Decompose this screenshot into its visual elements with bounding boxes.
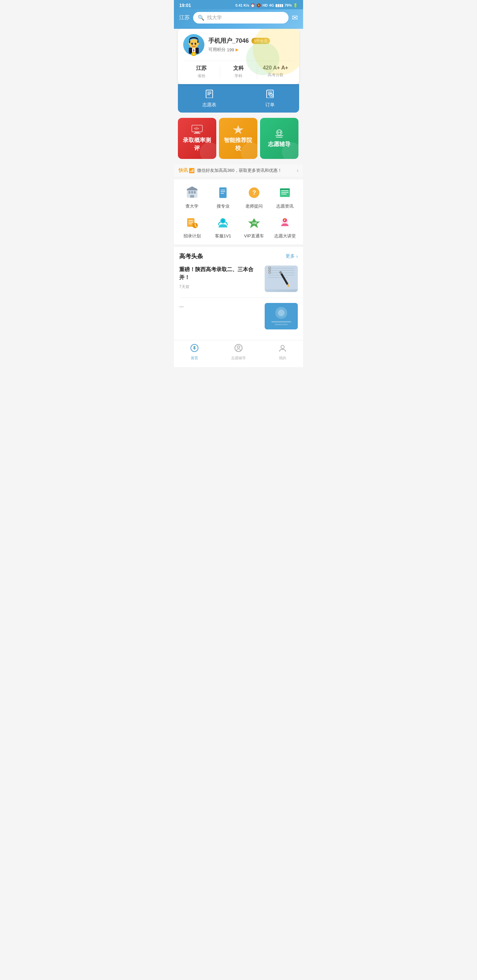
svg-rect-39 [194,191,196,194]
nav-item-home[interactable]: 首页 [190,344,199,361]
svg-point-7 [191,43,193,45]
svg-rect-43 [221,190,225,190]
nav-item-profile[interactable]: 我的 [278,344,287,361]
svg-marker-41 [187,186,198,189]
search-bar[interactable]: 🔍 找大学 [193,12,289,24]
svg-rect-49 [281,190,289,191]
news-image-2 [265,303,298,329]
banner-card-admission[interactable]: </> 录取概率测评 [178,118,216,159]
signal-bars: ▮▮▮▮ [275,3,283,8]
bottom-nav: 首页 志愿辅导 我的 [174,340,303,367]
svg-point-8 [195,43,196,45]
news-section-title: 高考头条 [179,252,203,260]
svg-rect-34 [276,137,282,138]
points-arrow-icon: ▶ [236,47,238,52]
profile-points[interactable]: 可用积分 199 ▶ [208,47,294,52]
news-image-1-placeholder [265,266,298,292]
stat-score[interactable]: 420 A+ A+ 高考分数 [257,65,294,79]
svg-rect-37 [188,191,190,194]
status-time: 19:01 [179,3,191,8]
grid-item-service[interactable]: 客服1V1 [208,215,239,239]
svg-rect-45 [221,193,224,194]
alarm-icon: ⏰ [250,3,255,8]
mail-icon[interactable]: ✉ [292,14,298,22]
major-icon [215,185,231,200]
news-image-2-placeholder [265,303,298,329]
banner-card-guidance-text: 志愿辅导 [268,141,290,147]
svg-rect-27 [194,133,200,134]
profile-name-row: 手机用户_7046 VIP会员 [208,37,294,45]
svg-rect-70 [268,270,295,271]
svg-rect-33 [275,135,283,136]
stat-subject-label: 学科 [220,73,257,79]
wishlist-icon [205,89,214,100]
stat-subject[interactable]: 文科 学科 [220,65,257,79]
svg-point-82 [278,310,284,316]
news-ticker[interactable]: 快讯 📶 微信好友加高高360，获取更多资讯和优惠！ › [174,164,303,177]
grid-item-university[interactable]: 查大学 [177,185,208,209]
news-item-2[interactable]: ··· [179,303,298,335]
grid-item-vip[interactable]: VIP VIP直通车 [238,215,270,239]
news-more-button[interactable]: 更多 › [286,253,298,259]
stat-subject-value: 文科 [220,65,257,72]
profile-username: 手机用户_7046 [208,37,249,45]
svg-rect-56 [188,223,192,224]
grid-item-major[interactable]: 搜专业 [208,185,239,209]
vip-label: VIP直通车 [244,233,264,239]
banner-cards: </> 录取概率测评 智能推荐院校 志愿辅导 [174,113,303,162]
stat-province[interactable]: 江苏 省份 [183,65,220,79]
ticker-badge: 快讯 📶 [179,167,195,173]
svg-rect-44 [221,191,225,192]
svg-rect-40 [190,195,194,198]
grid-item-ask[interactable]: ? 老师提问 [238,185,270,209]
battery: 79% [284,3,292,7]
avatar-wrap[interactable]: v [183,34,204,55]
lecture-icon: ★ [277,215,293,231]
news-item-1-title: 重磅！陕西高考录取二、三本合并！ [179,266,261,282]
news-content-2: ··· [179,303,261,329]
stat-province-label: 省份 [183,73,220,79]
points-label: 可用积分 [208,47,226,52]
profile-top: v 手机用户_7046 VIP会员 可用积分 199 ▶ [183,34,294,55]
banner-card-recommend-text: 智能推荐院校 [224,137,252,151]
svg-rect-54 [188,220,193,221]
plan-label: 招录计划 [183,233,201,239]
news-item-1[interactable]: 重磅！陕西高考录取二、三本合并！ 7天前 [179,266,298,298]
svg-point-9 [192,43,193,44]
stat-province-value: 江苏 [183,65,220,72]
action-wishlist[interactable]: 志愿表 [203,89,216,108]
svg-text:</>: </> [194,127,199,130]
grid-item-lecture[interactable]: ★ 志愿大讲堂 [270,215,301,239]
svg-rect-50 [281,192,289,192]
svg-rect-13 [206,90,213,98]
grid-item-plan[interactable]: 招录计划 [177,215,208,239]
news-nav-label: 志愿资讯 [276,203,294,209]
banner-card-admission-text: 录取概率测评 [183,137,211,151]
order-icon [265,89,274,100]
svg-point-11 [188,43,190,45]
mute-icon: 🔕 [256,3,261,8]
svg-text:?: ? [252,189,256,196]
profile-nav-icon [278,344,287,354]
action-order[interactable]: 订单 [265,89,274,108]
nav-item-guidance[interactable]: 志愿辅导 [231,344,246,361]
signal-label: 4G [269,3,274,7]
svg-rect-38 [191,191,193,194]
ticker-signal-icon: 📶 [189,168,195,173]
status-bar: 19:01 0.41 K/s ⏰ 🔕 HD 4G ▮▮▮▮ 79% 🔋 [174,0,303,9]
major-label: 搜专业 [217,203,230,209]
svg-rect-36 [187,189,198,190]
avatar-vip-badge: v [191,52,196,56]
news-more-arrow: › [296,254,298,259]
banner-card-recommend[interactable]: 智能推荐院校 [219,118,257,159]
location-label[interactable]: 江苏 [179,14,190,21]
service-icon [215,215,231,231]
university-icon [184,185,200,200]
home-icon [190,344,199,354]
banner-card-guidance[interactable]: 志愿辅导 [260,118,298,159]
guidance-nav-label: 志愿辅导 [231,356,246,361]
stat-score-label: 高考分数 [257,72,294,78]
grid-item-news[interactable]: 志愿资讯 [270,185,301,209]
vip-icon: VIP [246,215,262,231]
svg-point-10 [195,43,196,44]
